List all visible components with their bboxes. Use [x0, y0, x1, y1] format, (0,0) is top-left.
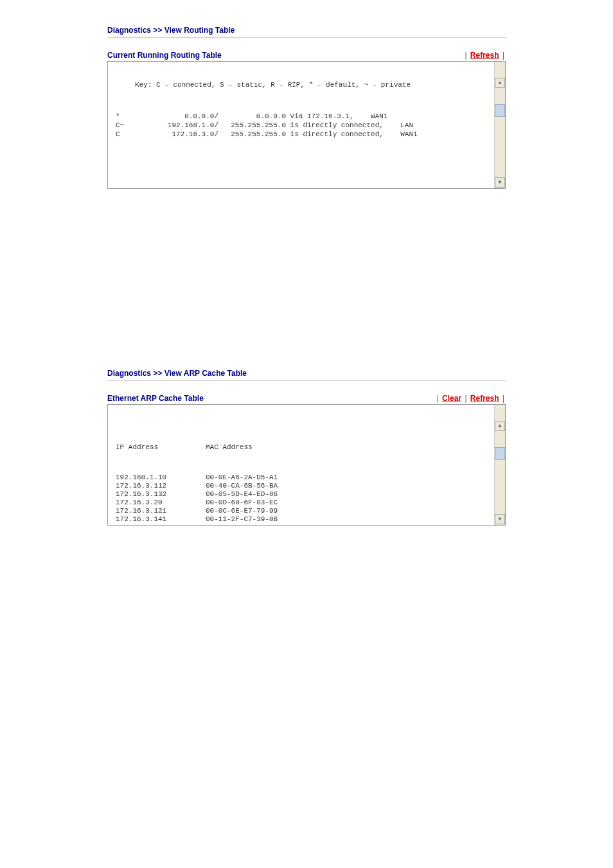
arp-ip: 172.16.3.20 [116, 499, 206, 507]
breadcrumb-arp: Diagnostics >> View ARP Cache Table [107, 369, 506, 381]
arp-row: 172.16.3.13200-05-5D-E4-ED-86 [116, 490, 497, 499]
arp-ip: 172.16.3.141 [116, 515, 206, 524]
scroll-down-icon[interactable] [495, 514, 505, 524]
routing-row: C~192.168.1.0/ 255.255.255.0 is directly… [116, 121, 497, 130]
scroll-down-icon[interactable] [495, 177, 505, 188]
arp-row: 172.16.3.12100-0C-6E-E7-79-99 [116, 507, 497, 515]
arp-mac: 00-0E-A6-2A-D5-A1 [206, 474, 497, 482]
clear-link[interactable]: Clear [442, 394, 461, 403]
routing-flag: C~ [116, 121, 148, 130]
breadcrumb-routing: Diagnostics >> View Routing Table [107, 26, 506, 38]
arp-mac: 00-05-5D-E4-ED-86 [206, 490, 497, 499]
scroll-up-icon[interactable] [495, 78, 505, 88]
routing-output-box: Key: C - connected, S - static, R - RIP,… [107, 61, 506, 189]
arp-row: 172.16.3.11200-40-CA-6B-56-BA [116, 482, 497, 490]
routing-title: Current Running Routing Table [107, 51, 222, 60]
arp-header-bar: Ethernet ARP Cache Table | Clear | Refre… [107, 394, 506, 403]
routing-row: *0.0.0.0/ 0.0.0.0 via 172.16.3.1, WAN1 [116, 112, 497, 121]
arp-header-row: IP Address MAC Address [116, 443, 497, 452]
arp-header-ip: IP Address [116, 443, 206, 452]
scroll-up-icon[interactable] [495, 421, 505, 431]
refresh-link[interactable]: Refresh [470, 51, 499, 60]
arp-ip: 172.16.3.133 [116, 524, 206, 526]
scroll-thumb[interactable] [495, 104, 505, 117]
arp-actions: | Clear | Refresh | [436, 394, 506, 403]
arp-ip: 172.16.3.121 [116, 507, 206, 515]
section-routing-table: Diagnostics >> View Routing Table Curren… [107, 26, 506, 189]
routing-network: 0.0.0.0/ [148, 112, 222, 121]
refresh-link[interactable]: Refresh [470, 394, 499, 403]
routing-header-bar: Current Running Routing Table | Refresh … [107, 51, 506, 60]
arp-ip: 192.168.1.10 [116, 474, 206, 482]
scrollbar[interactable] [494, 405, 505, 525]
routing-network: 192.168.1.0/ [148, 121, 222, 130]
arp-mac: 00-40-CA-6B-56-BA [206, 482, 497, 490]
arp-output-box: IP Address MAC Address 192.168.1.1000-0E… [107, 404, 506, 526]
scrollbar[interactable] [494, 62, 505, 188]
arp-ip: 172.16.3.112 [116, 482, 206, 490]
routing-key-line: Key: C - connected, S - static, R - RIP,… [116, 81, 497, 89]
arp-mac: 00-50-7F-23-4D-B1 [206, 524, 497, 526]
scroll-thumb[interactable] [495, 447, 505, 460]
sep: | [437, 394, 439, 403]
routing-actions: | Refresh | [463, 51, 506, 60]
routing-flag: C [116, 130, 148, 139]
routing-flag: * [116, 112, 148, 121]
sep: | [502, 394, 504, 403]
routing-detail: 255.255.255.0 is directly connected, WAN… [222, 130, 497, 139]
sep: | [465, 51, 466, 60]
sep: | [502, 51, 504, 60]
arp-mac: 00-0D-60-6F-83-EC [206, 499, 497, 507]
routing-row: C172.16.3.0/ 255.255.255.0 is directly c… [116, 130, 497, 139]
arp-mac: 00-11-2F-C7-39-0B [206, 515, 497, 524]
arp-ip: 172.16.3.132 [116, 490, 206, 499]
section-arp-cache: Diagnostics >> View ARP Cache Table Ethe… [107, 369, 506, 526]
arp-title: Ethernet ARP Cache Table [107, 394, 204, 403]
routing-detail: 0.0.0.0 via 172.16.3.1, WAN1 [222, 112, 497, 121]
routing-network: 172.16.3.0/ [148, 130, 222, 139]
arp-row: 192.168.1.1000-0E-A6-2A-D5-A1 [116, 474, 497, 482]
arp-mac: 00-0C-6E-E7-79-99 [206, 507, 497, 515]
arp-row: 172.16.3.2000-0D-60-6F-83-EC [116, 499, 497, 507]
sep: | [465, 394, 466, 403]
arp-header-mac: MAC Address [206, 443, 497, 452]
arp-row: 172.16.3.14100-11-2F-C7-39-0B [116, 515, 497, 524]
arp-row: 172.16.3.13300-50-7F-23-4D-B1 [116, 524, 497, 526]
routing-detail: 255.255.255.0 is directly connected, LAN [222, 121, 497, 130]
